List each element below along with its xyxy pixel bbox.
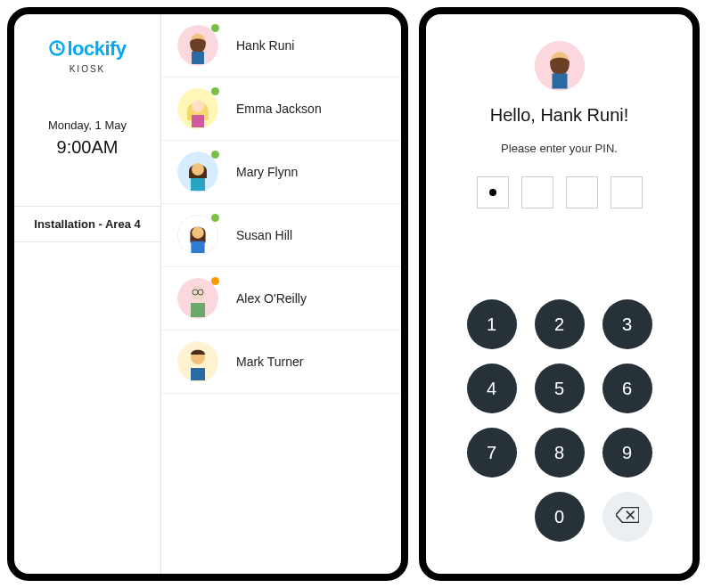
- avatar-wrap: [177, 278, 218, 319]
- pin-screen: Hello, Hank Runi! Please enter your PIN.…: [426, 14, 693, 574]
- key-8[interactable]: 8: [535, 428, 585, 478]
- key-7[interactable]: 7: [467, 428, 517, 478]
- avatar-wrap: [177, 25, 218, 66]
- pin-boxes: [477, 176, 643, 208]
- svg-rect-9: [191, 178, 205, 191]
- selected-user-avatar: [535, 41, 585, 91]
- kiosk-main-device: lockify KIOSK Monday, 1 May 9:00AM Insta…: [7, 7, 408, 581]
- svg-rect-3: [192, 52, 204, 64]
- person-row[interactable]: Susan Hill: [161, 204, 401, 267]
- person-row[interactable]: Mark Turner: [161, 331, 401, 394]
- status-dot-icon: [211, 87, 219, 95]
- svg-rect-6: [192, 115, 204, 127]
- key-6[interactable]: 6: [602, 363, 652, 413]
- person-name: Hank Runi: [236, 38, 294, 53]
- app-logo-subtitle: KIOSK: [48, 64, 126, 74]
- person-name: Alex O'Reilly: [236, 291, 307, 306]
- avatar-wrap: [177, 151, 218, 192]
- svg-point-5: [192, 100, 204, 112]
- avatar-wrap: [177, 88, 218, 129]
- avatar-wrap: [177, 215, 218, 256]
- key-0[interactable]: 0: [535, 492, 585, 542]
- svg-rect-17: [191, 303, 205, 317]
- svg-rect-23: [552, 74, 567, 89]
- svg-point-8: [192, 163, 204, 176]
- person-row[interactable]: Alex O'Reilly: [161, 267, 401, 331]
- pin-box: [477, 176, 509, 208]
- key-9[interactable]: 9: [602, 428, 652, 478]
- pin-keypad: 1 2 3 4 5 6 7 8 9 0: [467, 274, 652, 552]
- datetime-block: Monday, 1 May 9:00AM: [48, 118, 127, 158]
- key-2[interactable]: 2: [535, 299, 585, 349]
- backspace-icon: [616, 507, 639, 527]
- status-dot-icon: [211, 151, 219, 159]
- svg-rect-20: [191, 368, 205, 380]
- greeting-text: Hello, Hank Runi!: [490, 105, 629, 126]
- pin-box: [566, 176, 598, 208]
- current-time: 9:00AM: [48, 137, 127, 158]
- app-logo-word: lockify: [48, 37, 126, 62]
- pin-dot-icon: [489, 189, 496, 196]
- person-name: Emma Jackson: [236, 102, 322, 116]
- person-row[interactable]: Emma Jackson: [161, 78, 401, 141]
- kiosk-sidebar: lockify KIOSK Monday, 1 May 9:00AM Insta…: [14, 14, 161, 574]
- person-row[interactable]: Hank Runi: [161, 14, 401, 78]
- avatar-wrap: [177, 341, 218, 382]
- person-name: Susan Hill: [236, 228, 292, 242]
- app-logo: lockify KIOSK: [48, 37, 126, 74]
- status-dot-icon: [211, 24, 219, 32]
- svg-point-11: [192, 226, 203, 238]
- svg-rect-12: [191, 241, 204, 253]
- key-3[interactable]: 3: [602, 299, 652, 349]
- location-label: Installation - Area 4: [14, 206, 160, 242]
- person-row[interactable]: Mary Flynn: [161, 141, 401, 204]
- current-date: Monday, 1 May: [48, 118, 127, 132]
- clockify-logo-icon: [48, 39, 66, 62]
- app-logo-text: lockify: [67, 37, 126, 60]
- key-4[interactable]: 4: [467, 363, 517, 413]
- people-list: Hank Runi Emma Jackson Mary Flynn: [161, 14, 401, 574]
- pin-box: [521, 176, 553, 208]
- pin-prompt: Please enter your PIN.: [501, 142, 618, 155]
- key-backspace[interactable]: [602, 492, 652, 542]
- status-dot-icon: [211, 277, 219, 285]
- key-5[interactable]: 5: [535, 363, 585, 413]
- kiosk-pin-device: Hello, Hank Runi! Please enter your PIN.…: [419, 7, 700, 581]
- person-name: Mark Turner: [236, 355, 303, 369]
- pin-box: [611, 176, 643, 208]
- key-1[interactable]: 1: [467, 299, 517, 349]
- person-name: Mary Flynn: [236, 165, 298, 179]
- status-dot-icon: [211, 214, 219, 222]
- avatar: [177, 341, 218, 382]
